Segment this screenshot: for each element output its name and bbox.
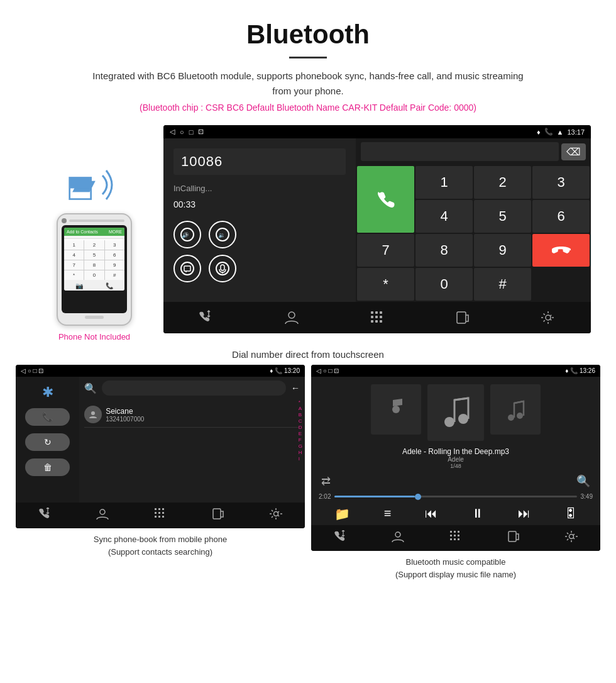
pb-nav-transfer[interactable]	[211, 508, 225, 523]
call-button[interactable]	[357, 166, 414, 233]
svg-rect-50	[458, 535, 459, 536]
music-art-main	[427, 384, 484, 441]
numpad-key-5[interactable]: 5	[474, 200, 531, 233]
folder-icon[interactable]: 📁	[334, 506, 350, 521]
phone-key-hash[interactable]: #	[105, 270, 124, 280]
phone-screen-header: Add to Contacts MORE	[64, 228, 124, 236]
numpad-key-0[interactable]: 0	[415, 268, 473, 301]
numpad-key-1[interactable]: 1	[415, 166, 473, 199]
pb-nav-call[interactable]	[38, 508, 52, 523]
phone-key-2[interactable]: 2	[84, 240, 104, 250]
phone-key-7[interactable]: 7	[64, 260, 84, 270]
call-transfer-nav-icon[interactable]	[194, 308, 219, 327]
pb-alpha-e: E	[299, 431, 302, 436]
phone-screen-inner: Add to Contacts MORE 1 2 3 4 5 6 7 8	[64, 228, 124, 291]
pb-nav-settings[interactable]	[269, 508, 283, 523]
phone-key-6[interactable]: 6	[105, 250, 124, 260]
phone-key-9[interactable]: 9	[105, 260, 124, 270]
hangup-button[interactable]	[532, 234, 590, 267]
wifi-icon: ▲	[557, 128, 564, 136]
phone-key-star[interactable]: *	[64, 270, 84, 280]
pb-alphabet-sidebar: * A B C D E F G H I	[299, 399, 302, 462]
phone-call-icon[interactable]: 📞	[106, 282, 113, 289]
dial-controls-row2	[173, 255, 346, 282]
settings-nav-icon[interactable]	[536, 308, 561, 327]
music-nav-call[interactable]	[333, 530, 347, 546]
svg-rect-52	[454, 538, 456, 540]
playlist-icon[interactable]: ≡	[384, 506, 392, 521]
next-track-icon[interactable]: ⏭	[518, 506, 531, 521]
phone-contacts-label	[64, 236, 124, 239]
pb-search-input[interactable]	[102, 380, 286, 396]
pb-delete-btn[interactable]: 🗑	[25, 458, 70, 476]
pb-nav-contacts[interactable]	[96, 508, 109, 523]
phone-key-5[interactable]: 5	[84, 250, 104, 260]
numpad-delete-button[interactable]: ⌫	[561, 143, 586, 160]
numpad-key-star[interactable]: *	[357, 268, 414, 301]
transfer2-nav-icon[interactable]	[450, 308, 475, 327]
svg-line-43	[514, 401, 524, 403]
music-caption-line2: (Support display music file name)	[395, 570, 516, 579]
phone-key-8[interactable]: 8	[84, 260, 104, 270]
dialpad-nav-icon[interactable]	[365, 308, 390, 327]
numpad-key-8[interactable]: 8	[415, 234, 473, 267]
dialpad-icon	[369, 310, 385, 325]
contacts-nav-icon[interactable]	[279, 308, 304, 327]
numpad-key-9[interactable]: 9	[474, 234, 531, 267]
music-time-total: 3:49	[581, 493, 593, 500]
bluetooth-icon-area: ⬒ ▰	[66, 163, 123, 207]
svg-rect-13	[371, 311, 373, 314]
search-icon[interactable]: 🔍	[576, 474, 590, 488]
phone-key-1[interactable]: 1	[64, 240, 84, 250]
music-art-row	[311, 377, 600, 445]
pb-contacts-nav-icon	[96, 508, 109, 520]
music-location-icon: ♦	[565, 367, 568, 374]
phone-key-3[interactable]: 3	[105, 240, 124, 250]
shuffle-icon[interactable]: ⇄	[321, 474, 331, 488]
main-screen-caption: Dial number direct from touchscreen	[0, 342, 616, 365]
music-time-elapsed: 2:02	[319, 493, 331, 500]
music-nav-transfer[interactable]	[507, 530, 520, 546]
numpad-key-6[interactable]: 6	[532, 200, 590, 233]
pb-back-icon[interactable]: ←	[291, 383, 300, 393]
numpad-key-3[interactable]: 3	[532, 166, 590, 199]
pb-nav-back: ◁	[21, 367, 26, 374]
phone-mockup-container: ⬒ ▰ Add to Contacts MORE	[25, 125, 163, 342]
prev-track-icon[interactable]: ⏮	[425, 506, 437, 521]
svg-text:🔉: 🔉	[218, 231, 226, 239]
volume-up-button[interactable]: + 🔊	[173, 221, 201, 248]
music-art-right	[490, 384, 541, 435]
pb-sync-btn[interactable]: ↻	[25, 433, 70, 451]
pb-bluetooth-icon[interactable]: ✱	[42, 384, 53, 401]
equalizer-icon[interactable]: 🎛	[564, 506, 577, 521]
call-timer: 00:33	[173, 199, 346, 209]
svg-rect-47	[458, 531, 459, 533]
music-nav-settings[interactable]	[564, 530, 578, 546]
phone-key-0[interactable]: 0	[84, 270, 104, 280]
music-nav-dialpad[interactable]	[449, 530, 463, 546]
numpad-key-4[interactable]: 4	[415, 200, 473, 233]
numpad-key-2[interactable]: 2	[474, 166, 531, 199]
numpad-key-hash[interactable]: #	[474, 268, 531, 301]
volume-down-button[interactable]: 🔉	[209, 221, 236, 248]
play-pause-icon[interactable]: ⏸	[471, 506, 484, 521]
numpad-key-7[interactable]: 7	[357, 234, 414, 267]
svg-point-42	[517, 413, 523, 419]
pb-nav-dialpad[interactable]	[153, 508, 167, 523]
dial-left-panel: 10086 InCalling... 00:33 + 🔊	[163, 138, 356, 302]
svg-line-40	[454, 398, 468, 400]
phone-key-4[interactable]: 4	[64, 250, 84, 260]
car-status-bar: ◁ ○ □ ⊡ ♦ 📞 ▲ 13:17	[163, 125, 591, 138]
svg-rect-14	[375, 311, 378, 314]
transfer-button[interactable]	[173, 255, 201, 282]
pb-search-icon[interactable]: 🔍	[84, 382, 97, 394]
microphone-button[interactable]	[209, 255, 236, 282]
phone-top-bar	[62, 218, 127, 223]
music-status-left: ◁ ○ □ ⊡	[316, 367, 339, 374]
music-progress-bar[interactable]	[334, 496, 576, 497]
music-caption-line1: Bluetooth music compatible	[406, 557, 506, 567]
music-nav-contacts[interactable]	[391, 530, 405, 546]
music-call-nav-icon	[333, 530, 347, 543]
pb-contact-item[interactable]: Seicane 13241007000	[84, 402, 300, 428]
pb-call-btn[interactable]: 📞	[25, 408, 70, 426]
